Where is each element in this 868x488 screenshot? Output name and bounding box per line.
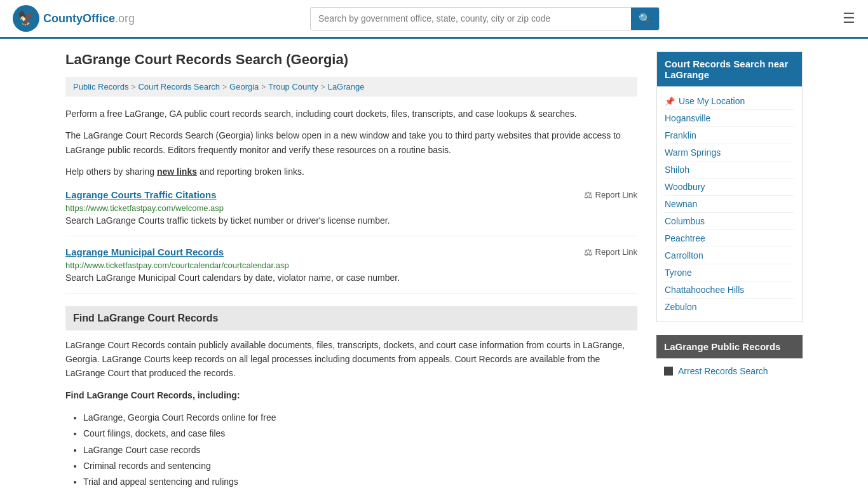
link-url-0[interactable]: https://www.ticketfastpay.com/welcome.as… — [65, 203, 637, 213]
logo-brand: CountyOffice — [43, 12, 115, 25]
court-records-near-header: Court Records Search near LaGrange — [657, 52, 802, 86]
logo-icon — [13, 5, 39, 32]
hamburger-menu-icon[interactable]: ☰ — [843, 10, 855, 27]
report-link-1[interactable]: ⚖ Report Link — [584, 247, 637, 258]
link-card-0: Lagrange Courts Traffic Citations ⚖ Repo… — [65, 189, 637, 236]
location-link-carrollton[interactable]: Carrollton — [665, 250, 703, 261]
link-card-header-1: Lagrange Municipal Court Records ⚖ Repor… — [65, 247, 637, 258]
link-desc-1: Search LaGrange Municipal Court calendar… — [65, 273, 637, 283]
breadcrumb-court-records-search[interactable]: Court Records Search — [138, 82, 220, 92]
description-para3: Help others by sharing new links and rep… — [65, 165, 637, 179]
logo-area[interactable]: CountyOffice.org — [13, 5, 135, 32]
location-link-woodbury[interactable]: Woodbury — [665, 182, 705, 192]
find-section-bullets: LaGrange, Georgia Court Records online f… — [83, 410, 637, 488]
location-link-newnan[interactable]: Newnan — [665, 199, 697, 209]
sidebar-location-carrollton[interactable]: Carrollton — [665, 247, 794, 264]
arrest-records-search-link[interactable]: Arrest Records Search — [678, 366, 768, 376]
list-item: Trial and appeal sentencing and rulings — [83, 474, 637, 488]
location-link-chattahoochee-hills[interactable]: Chattahoochee Hills — [665, 285, 744, 295]
list-item: LaGrange, Georgia Court Records online f… — [83, 410, 637, 426]
report-label-0: Report Link — [595, 190, 637, 200]
sidebar-location-columbus[interactable]: Columbus — [665, 213, 794, 230]
list-item: Criminal records and sentencing — [83, 458, 637, 474]
page-title: LaGrange Court Records Search (Georgia) — [65, 51, 637, 68]
breadcrumb-troup-county[interactable]: Troup County — [268, 82, 318, 92]
description-para1: Perform a free LaGrange, GA public court… — [65, 107, 637, 121]
breadcrumb-sep-4: > — [321, 83, 325, 92]
link-desc-0: Search LaGrange Courts traffic tickets b… — [65, 215, 637, 226]
link-card-1: Lagrange Municipal Court Records ⚖ Repor… — [65, 247, 637, 294]
location-link-shiloh[interactable]: Shiloh — [665, 165, 689, 175]
find-section-including-label: Find LaGrange Court Records, including: — [65, 388, 637, 402]
report-link-0[interactable]: ⚖ Report Link — [584, 189, 637, 201]
sidebar-location-peachtree[interactable]: Peachtree — [665, 230, 794, 247]
list-item: LaGrange Court case records — [83, 442, 637, 458]
search-input[interactable] — [311, 8, 631, 29]
location-link-columbus[interactable]: Columbus — [665, 216, 705, 226]
sidebar-record-item-0: Arrest Records Search — [664, 362, 795, 380]
sidebar-location-chattahoochee-hills[interactable]: Chattahoochee Hills — [665, 281, 794, 299]
location-link-franklin[interactable]: Franklin — [665, 130, 696, 140]
report-icon-1: ⚖ — [584, 247, 592, 258]
breadcrumb-georgia[interactable]: Georgia — [229, 82, 259, 92]
breadcrumb: Public Records > Court Records Search > … — [65, 77, 637, 97]
sidebar-location-warm-springs[interactable]: Warm Springs — [665, 144, 794, 161]
record-icon-0 — [664, 367, 673, 376]
court-records-near-body: 📌 Use My Location Hogansville Franklin W… — [657, 86, 802, 322]
desc-para3-prefix: Help others by sharing — [65, 166, 157, 177]
location-link-peachtree[interactable]: Peachtree — [665, 233, 705, 243]
search-button[interactable]: 🔍 — [631, 8, 659, 30]
site-header: CountyOffice.org 🔍 ☰ — [0, 0, 868, 39]
location-link-warm-springs[interactable]: Warm Springs — [665, 147, 721, 158]
pin-icon: 📌 — [665, 97, 675, 106]
sidebar-location-hogansville[interactable]: Hogansville — [665, 110, 794, 127]
list-item: Court filings, dockets, and case files — [83, 426, 637, 442]
link-card-title-0[interactable]: Lagrange Courts Traffic Citations — [65, 189, 217, 200]
find-section-body1: LaGrange Court Records contain publicly … — [65, 338, 637, 381]
report-label-1: Report Link — [595, 247, 637, 257]
content-wrapper: LaGrange Court Records Search (Georgia) … — [53, 39, 815, 488]
sidebar-location-newnan[interactable]: Newnan — [665, 196, 794, 213]
link-card-header-0: Lagrange Courts Traffic Citations ⚖ Repo… — [65, 189, 637, 201]
desc-para3-suffix: and reporting broken links. — [197, 166, 304, 177]
sidebar-location-franklin[interactable]: Franklin — [665, 127, 794, 144]
breadcrumb-sep-1: > — [131, 83, 135, 92]
sidebar: Court Records Search near LaGrange 📌 Use… — [656, 51, 803, 488]
main-content: LaGrange Court Records Search (Georgia) … — [65, 51, 637, 488]
search-icon: 🔍 — [639, 13, 651, 24]
location-link-zebulon[interactable]: Zebulon — [665, 302, 697, 312]
sidebar-location-zebulon[interactable]: Zebulon — [665, 299, 794, 315]
location-link-tyrone[interactable]: Tyrone — [665, 268, 692, 278]
use-my-location-link[interactable]: Use My Location — [679, 96, 745, 106]
link-url-1[interactable]: http://www.ticketfastpay.com/courtcalend… — [65, 261, 637, 270]
report-icon-0: ⚖ — [584, 189, 592, 201]
use-my-location-item[interactable]: 📌 Use My Location — [665, 93, 794, 110]
find-section-header: Find LaGrange Court Records — [65, 306, 637, 330]
public-records-sidebar: LaGrange Public Records Arrest Records S… — [656, 335, 803, 384]
search-bar: 🔍 — [310, 7, 660, 30]
court-records-near-box: Court Records Search near LaGrange 📌 Use… — [656, 51, 803, 322]
location-link-hogansville[interactable]: Hogansville — [665, 113, 710, 123]
public-records-body: Arrest Records Search — [656, 358, 803, 384]
sidebar-location-shiloh[interactable]: Shiloh — [665, 161, 794, 179]
breadcrumb-lagrange[interactable]: LaGrange — [328, 82, 365, 92]
description-para2: The LaGrange Court Records Search (Georg… — [65, 128, 637, 157]
link-card-title-1[interactable]: Lagrange Municipal Court Records — [65, 247, 224, 257]
sidebar-location-tyrone[interactable]: Tyrone — [665, 264, 794, 281]
breadcrumb-sep-2: > — [222, 83, 227, 92]
breadcrumb-sep-3: > — [261, 83, 266, 92]
sidebar-location-woodbury[interactable]: Woodbury — [665, 179, 794, 196]
public-records-header: LaGrange Public Records — [656, 335, 803, 358]
breadcrumb-public-records[interactable]: Public Records — [73, 82, 128, 92]
logo-tld: .org — [115, 12, 135, 25]
logo-text: CountyOffice.org — [43, 12, 135, 25]
new-links-link[interactable]: new links — [157, 166, 197, 177]
